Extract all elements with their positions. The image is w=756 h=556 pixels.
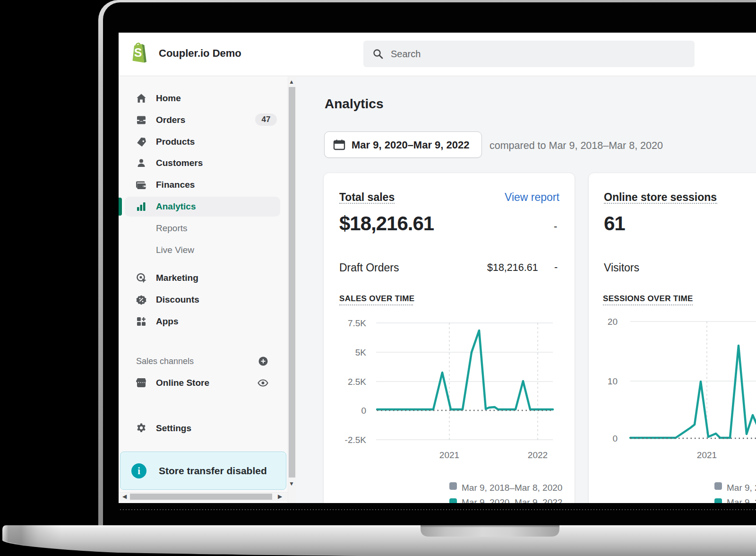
svg-text:0: 0 <box>612 434 618 443</box>
svg-text:2.5K: 2.5K <box>348 377 366 387</box>
svg-text:10: 10 <box>608 376 618 386</box>
svg-text:2021: 2021 <box>697 450 717 460</box>
svg-text:5K: 5K <box>355 348 367 357</box>
svg-text:S: S <box>134 46 142 59</box>
svg-text:2021: 2021 <box>439 450 459 460</box>
svg-text:2022: 2022 <box>528 450 548 460</box>
svg-text:0: 0 <box>361 406 366 416</box>
svg-text:7.5K: 7.5K <box>348 318 366 328</box>
svg-text:20: 20 <box>608 317 618 327</box>
svg-text:-2.5K: -2.5K <box>345 435 367 445</box>
